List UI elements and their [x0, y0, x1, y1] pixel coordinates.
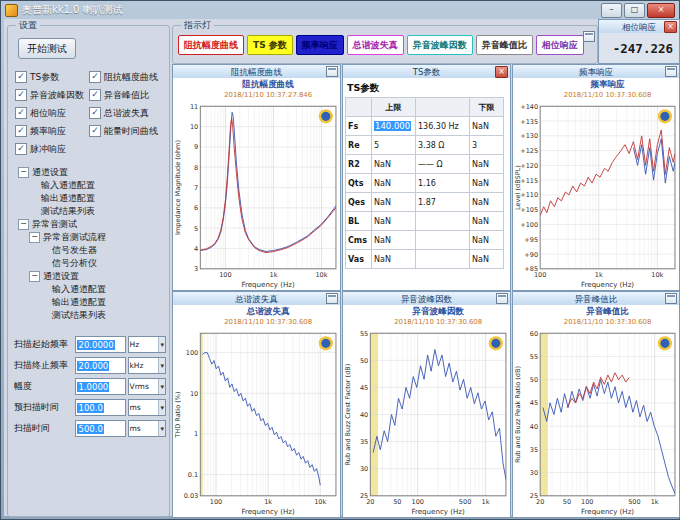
- svg-text:2018/11/10 10:37:27.846: 2018/11/10 10:37:27.846: [224, 91, 312, 99]
- restore-icon[interactable]: [496, 293, 508, 304]
- checkbox-label: 频率响应: [30, 125, 66, 138]
- tree-item-label: 输入通道配置: [41, 179, 95, 192]
- restore-icon[interactable]: [583, 31, 595, 42]
- tree-collapse-icon[interactable]: −: [29, 271, 40, 282]
- svg-text:+90: +90: [524, 251, 538, 259]
- checkbox-item-2-1[interactable]: ✓总谐波失真: [89, 107, 171, 120]
- thd-panel: 总谐波失真 1001010.10.031001k10k总谐波失真2018/11/…: [172, 291, 341, 518]
- maximize-button[interactable]: □: [624, 3, 645, 18]
- svg-text:Frequency (Hz): Frequency (Hz): [241, 280, 295, 289]
- unit-label: kHz: [130, 361, 144, 370]
- checkbox-item-2-0[interactable]: ✓相位响应: [15, 107, 89, 120]
- field-input-1[interactable]: 20.000: [75, 357, 125, 374]
- tree-collapse-icon[interactable]: −: [29, 232, 40, 243]
- field-input-0[interactable]: 20.0000: [75, 336, 125, 353]
- svg-text:100: 100: [219, 271, 232, 279]
- tree-item-10[interactable]: 输出通道配置: [16, 296, 106, 309]
- ts-row-BL: BLNaNNaN: [346, 212, 504, 231]
- tree-item-label: 输入通道配置: [52, 283, 106, 296]
- indicator-button-4[interactable]: 异音波峰因数: [407, 35, 473, 55]
- checkbox-item-0-1[interactable]: ✓阻抗幅度曲线: [89, 71, 171, 84]
- checkbox-item-3-1[interactable]: ✓能量时间曲线: [89, 125, 171, 138]
- checkbox-item-3-0[interactable]: ✓频率响应: [15, 125, 89, 138]
- field-input-4[interactable]: 500.0: [75, 420, 125, 437]
- tree-item-1[interactable]: 输入通道配置: [16, 179, 106, 192]
- tree-collapse-icon[interactable]: −: [18, 167, 29, 178]
- svg-text:Level (dBSPL): Level (dBSPL): [514, 165, 522, 210]
- svg-text:30: 30: [530, 469, 538, 477]
- settings-tree: −通道设置输入通道配置输出通道配置测试结果列表−异常音测试−异常音测试流程信号发…: [16, 166, 106, 322]
- minimize-button[interactable]: –: [601, 3, 622, 18]
- unit-select-0[interactable]: Hz▾: [128, 336, 166, 353]
- svg-text:3: 3: [194, 265, 198, 273]
- unit-select-4[interactable]: ms▾: [128, 420, 166, 437]
- restore-icon[interactable]: [326, 293, 338, 304]
- unit-select-1[interactable]: kHz▾: [128, 357, 166, 374]
- tree-item-label: 异常音测试流程: [43, 231, 106, 244]
- checkbox-item-1-0[interactable]: ✓异音波峰因数: [15, 89, 89, 102]
- field-input-3[interactable]: 100.0: [75, 399, 125, 416]
- panel-title: 异音峰值比: [513, 293, 679, 305]
- svg-text:+110: +110: [520, 191, 538, 199]
- svg-text:+130: +130: [520, 132, 538, 140]
- indicator-group-label: 指示灯: [181, 19, 214, 32]
- field-input-2[interactable]: 1.0000: [75, 378, 125, 395]
- unit-select-3[interactable]: ms▾: [128, 399, 166, 416]
- svg-text:总谐波失真: 总谐波失真: [246, 306, 290, 316]
- indicator-button-1[interactable]: TS 参数: [247, 35, 293, 55]
- close-icon[interactable]: ×: [495, 66, 508, 78]
- svg-text:100: 100: [581, 498, 593, 506]
- svg-text:0.1: 0.1: [188, 471, 198, 479]
- svg-text:1k: 1k: [651, 498, 659, 506]
- tree-item-8[interactable]: −通道设置: [16, 270, 106, 283]
- checkbox-item-1-1[interactable]: ✓异音峰值比: [89, 89, 171, 102]
- svg-text:55: 55: [360, 330, 368, 338]
- indicator-button-3[interactable]: 总谐波失真: [347, 35, 404, 55]
- checkbox-item-4-0[interactable]: ✓脉冲响应: [15, 143, 89, 156]
- close-button[interactable]: ×: [647, 3, 675, 18]
- ts-column-header: [416, 98, 470, 117]
- tree-item-7[interactable]: 信号分析仪: [16, 257, 106, 270]
- tree-collapse-icon[interactable]: −: [18, 219, 29, 230]
- svg-text:2018/11/10 10:37:30.608: 2018/11/10 10:37:30.608: [224, 318, 312, 326]
- field-value: 20.0000: [77, 340, 114, 350]
- svg-text:Frequency (Hz): Frequency (Hz): [581, 280, 634, 289]
- tree-item-9[interactable]: 输入通道配置: [16, 283, 106, 296]
- svg-text:+115: +115: [520, 177, 538, 185]
- svg-text:55: 55: [530, 353, 538, 361]
- svg-text:6: 6: [194, 204, 198, 212]
- tree-item-3[interactable]: 测试结果列表: [16, 205, 106, 218]
- start-test-button[interactable]: 开始测试: [18, 38, 76, 59]
- unit-select-2[interactable]: Vrms▾: [128, 378, 166, 395]
- tree-item-0[interactable]: −通道设置: [16, 166, 106, 179]
- restore-icon[interactable]: [326, 66, 338, 77]
- tree-item-2[interactable]: 输出通道配置: [16, 192, 106, 205]
- indicator-button-5[interactable]: 异音峰值比: [476, 35, 533, 55]
- svg-text:100: 100: [186, 349, 199, 357]
- checkbox-item-0-0[interactable]: ✓TS参数: [15, 71, 89, 84]
- indicator-button-0[interactable]: 阻抗幅度曲线: [178, 35, 244, 55]
- svg-text:30: 30: [360, 465, 368, 473]
- checkbox-label: 相位响应: [30, 107, 66, 120]
- svg-text:1k: 1k: [269, 271, 277, 279]
- ts-row-Fs: Fs140.000136.30 HzNaN: [346, 117, 504, 136]
- checkbox-checked-icon: ✓: [89, 107, 101, 119]
- tree-item-11[interactable]: 测试结果列表: [16, 309, 106, 322]
- tree-item-4[interactable]: −异常音测试: [16, 218, 106, 231]
- tree-item-5[interactable]: −异常音测试流程: [16, 231, 106, 244]
- tree-item-label: 测试结果列表: [41, 205, 95, 218]
- ts-table-title: TS参数: [345, 79, 508, 97]
- indicator-button-2[interactable]: 频率响应: [296, 35, 344, 55]
- checkbox-grid: ✓TS参数✓阻抗幅度曲线✓异音波峰因数✓异音峰值比✓相位响应✓总谐波失真✓频率响…: [15, 68, 171, 158]
- indicator-button-6[interactable]: 相位响应: [536, 35, 584, 55]
- field-value: 1.0000: [77, 382, 109, 392]
- field-label: 幅度: [14, 380, 73, 393]
- svg-text:50: 50: [530, 376, 538, 384]
- close-icon[interactable]: ×: [664, 21, 677, 33]
- restore-icon[interactable]: [665, 66, 677, 77]
- restore-icon[interactable]: [665, 293, 677, 304]
- tree-item-6[interactable]: 信号发生器: [16, 244, 106, 257]
- svg-text:频率响应: 频率响应: [590, 79, 626, 89]
- titlebar[interactable]: 奥普新kk1.0 喇叭测试 – □ ×: [1, 1, 679, 19]
- checkbox-checked-icon: ✓: [89, 89, 101, 101]
